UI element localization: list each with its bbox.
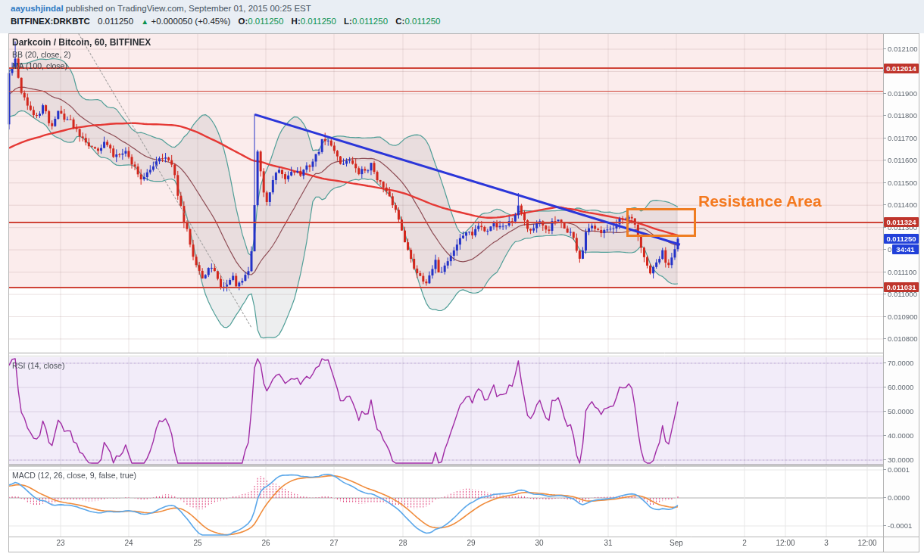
resistance-area-box-drawing[interactable] bbox=[626, 208, 696, 237]
username-link[interactable]: aayushjindal bbox=[11, 4, 64, 13]
time-axis-label: 26 bbox=[261, 539, 270, 547]
horizontal-line-drawing[interactable] bbox=[9, 91, 883, 92]
price-badge: 0.012014 bbox=[884, 64, 919, 73]
price-axis-tick: 0.011800 bbox=[888, 111, 917, 120]
price-axis-tick: 0.011700 bbox=[888, 134, 917, 142]
chart-canvas[interactable] bbox=[0, 0, 924, 560]
publish-header: aayushjindal published on TradingView.co… bbox=[0, 0, 924, 33]
price-badge: 0.011324 bbox=[884, 217, 919, 227]
time-axis-label: 23 bbox=[56, 539, 64, 547]
time-axis-label: 2 bbox=[742, 539, 747, 547]
horizontal-line-drawing[interactable] bbox=[9, 222, 883, 223]
legend-bollinger-bands[interactable]: BB (20, close, 2) bbox=[12, 50, 71, 59]
time-axis-label: 27 bbox=[329, 539, 338, 547]
price-axis-tick: 0.011400 bbox=[888, 201, 917, 209]
symbol-ticker: BITFINEX:DRKBTC bbox=[11, 17, 90, 26]
published-chart-root: aayushjindal published on TradingView.co… bbox=[0, 0, 924, 560]
time-axis-label: 29 bbox=[467, 539, 475, 547]
open-value: 0.011250 bbox=[248, 17, 283, 26]
price-axis-tick: 0.011600 bbox=[888, 156, 917, 164]
time-axis-label: 12:00 bbox=[776, 539, 794, 547]
time-axis-label: 3 bbox=[824, 539, 829, 547]
price-axis-tick: 0.010900 bbox=[888, 313, 918, 321]
time-axis-label: Sep bbox=[670, 539, 683, 547]
price-badge: 0.011250 bbox=[884, 234, 919, 244]
up-arrow-icon: ▲ bbox=[141, 17, 148, 26]
rsi-axis-tick: 30.0000 bbox=[888, 456, 913, 464]
symbol-status-row: BITFINEX:DRKBTC 0.011250 ▲ +0.000050 (+0… bbox=[11, 17, 446, 26]
low-value: 0.011250 bbox=[352, 17, 388, 26]
close-value: 0.011250 bbox=[404, 17, 440, 26]
price-axis-tick: 0.010800 bbox=[888, 334, 918, 343]
publish-byline: aayushjindal published on TradingView.co… bbox=[11, 4, 311, 13]
macd-axis-tick: 0.0000 bbox=[888, 493, 910, 502]
low-label: L: bbox=[344, 17, 352, 26]
rsi-axis-tick: 50.0000 bbox=[888, 407, 913, 415]
high-label: H: bbox=[292, 17, 301, 26]
last-price: 0.011250 bbox=[98, 17, 133, 26]
price-change: +0.000050 (+0.45%) bbox=[151, 17, 230, 26]
legend-symbol-title[interactable]: Darkcoin / Bitcoin, 60, BITFINEX bbox=[12, 37, 151, 48]
price-badge: 0.011031 bbox=[884, 282, 919, 292]
price-axis-tick: 0.011900 bbox=[888, 89, 917, 98]
high-value: 0.011250 bbox=[301, 17, 336, 26]
legend-rsi[interactable]: RSI (14, close) bbox=[12, 361, 64, 370]
price-axis-tick: 0.012100 bbox=[888, 45, 918, 53]
resistance-area-text-drawing[interactable]: Resistance Area bbox=[698, 192, 822, 210]
time-axis-label: 24 bbox=[124, 539, 133, 547]
price-axis-tick: 0.011500 bbox=[888, 179, 917, 187]
legend-moving-average[interactable]: MA (100, close) bbox=[12, 61, 67, 70]
macd-axis-tick: -0.0001 bbox=[888, 521, 912, 530]
rsi-axis-tick: 70.0000 bbox=[888, 359, 913, 367]
close-label: C: bbox=[395, 17, 404, 26]
rsi-axis-tick: 60.0000 bbox=[888, 383, 913, 391]
horizontal-line-drawing[interactable] bbox=[9, 287, 883, 288]
time-axis-label: 31 bbox=[604, 539, 612, 547]
macd-axis-tick: 0.0001 bbox=[888, 465, 910, 474]
price-axis-tick: 0.011100 bbox=[888, 268, 916, 276]
horizontal-line-drawing[interactable] bbox=[9, 67, 883, 69]
time-axis-label: 12:00 bbox=[857, 539, 876, 547]
time-axis-label: 28 bbox=[398, 539, 407, 547]
open-label: O: bbox=[238, 17, 248, 26]
rsi-axis-tick: 40.0000 bbox=[888, 431, 913, 440]
time-axis-label: 30 bbox=[535, 539, 543, 547]
time-axis-label: 25 bbox=[193, 539, 201, 547]
published-text: published on TradingView.com, September … bbox=[64, 4, 311, 13]
countdown-badge: 34:41 bbox=[892, 244, 919, 254]
legend-macd[interactable]: MACD (12, 26, close, 9, false, true) bbox=[12, 471, 136, 480]
